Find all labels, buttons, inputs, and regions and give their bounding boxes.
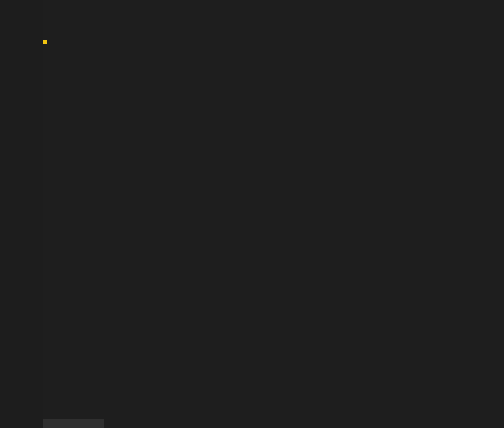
code-editor[interactable] [0, 0, 504, 428]
highlight-annotation [43, 40, 47, 44]
horizontal-scrollbar-thumb[interactable] [43, 419, 104, 428]
code-area[interactable] [43, 0, 504, 428]
line-number-gutter [0, 0, 43, 428]
